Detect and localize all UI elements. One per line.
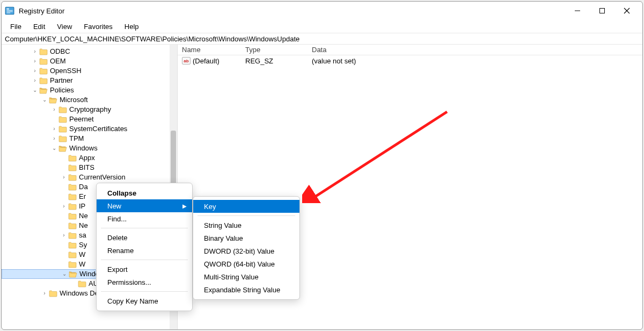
tree-item-label: OEM — [50, 56, 66, 66]
tree-item-label: Microsoft — [60, 95, 88, 105]
tree-item-label: W — [79, 260, 85, 269]
scrollbar-thumb[interactable] — [171, 131, 176, 190]
tree-item-oem[interactable]: ›OEM — [2, 56, 177, 66]
menu-item-permissions[interactable]: Permissions... — [97, 276, 192, 289]
value-row[interactable]: ab(Default)REG_SZ(value not set) — [178, 55, 642, 66]
svg-rect-5 — [600, 9, 605, 13]
tree-item-label: Policies — [50, 85, 74, 95]
menu-item-delete[interactable]: Delete — [97, 231, 192, 244]
value-data: (value not set) — [308, 57, 642, 65]
maximize-button[interactable] — [590, 3, 614, 19]
chevron-right-icon[interactable]: › — [60, 231, 68, 240]
tree-item-odbc[interactable]: ›ODBC — [2, 47, 177, 56]
folder-icon — [58, 125, 67, 133]
tree-item-label: Ne — [79, 221, 88, 231]
chevron-right-icon[interactable]: › — [60, 202, 68, 211]
folder-open-icon — [69, 270, 77, 278]
submenu-item-binary-value[interactable]: Binary Value — [193, 232, 299, 244]
folder-open-icon — [58, 144, 67, 153]
submenu-item-key[interactable]: Key — [193, 200, 299, 213]
chevron-down-icon[interactable]: ⌄ — [60, 270, 69, 278]
tree-item-appx[interactable]: ›Appx — [2, 153, 177, 163]
column-type[interactable]: Type — [241, 46, 308, 54]
menu-view[interactable]: View — [52, 21, 77, 32]
submenu-item-expandable-string-value[interactable]: Expandable String Value — [193, 283, 299, 296]
folder-icon — [58, 105, 67, 114]
window-title: Registry Editor — [19, 7, 64, 15]
menu-help[interactable]: Help — [119, 21, 144, 32]
tree-item-partner[interactable]: ›Partner — [2, 76, 177, 85]
folder-icon — [68, 212, 77, 220]
minimize-button[interactable] — [565, 3, 590, 19]
address-text: Computer\HKEY_LOCAL_MACHINE\SOFTWARE\Pol… — [5, 35, 299, 43]
tree-item-label: TPM — [69, 134, 84, 143]
registry-editor-window: Registry Editor FileEditViewFavoritesHel… — [1, 1, 643, 330]
value-type: REG_SZ — [241, 57, 308, 65]
submenu-arrow-icon: ▶ — [182, 203, 187, 209]
svg-rect-2 — [6, 10, 12, 11]
chevron-right-icon[interactable]: › — [50, 134, 58, 143]
chevron-right-icon[interactable]: › — [31, 76, 39, 85]
chevron-right-icon[interactable]: › — [60, 173, 68, 182]
tree-item-label: BITS — [79, 163, 94, 172]
close-button[interactable] — [614, 3, 639, 19]
tree-item-label: OpenSSH — [50, 66, 82, 76]
tree-item-label: ODBC — [50, 47, 70, 56]
tree-item-label: CurrentVersion — [79, 172, 126, 182]
column-name[interactable]: Name — [178, 46, 241, 54]
tree-item-cryptography[interactable]: ›Cryptography — [2, 105, 177, 114]
tree-item-label: IP — [79, 202, 85, 211]
tree-item-windows[interactable]: ⌄Windows — [2, 143, 177, 153]
menu-item-find[interactable]: Find... — [97, 212, 192, 225]
chevron-down-icon[interactable]: ⌄ — [50, 144, 58, 153]
value-name: (Default) — [193, 57, 219, 65]
menu-item-rename[interactable]: Rename — [97, 244, 192, 257]
chevron-right-icon[interactable]: › — [31, 67, 39, 75]
context-submenu-new: KeyString ValueBinary ValueDWORD (32-bit… — [193, 196, 300, 300]
window-controls — [565, 3, 639, 19]
menu-item-export[interactable]: Export — [97, 263, 192, 276]
svg-rect-1 — [6, 9, 9, 10]
folder-icon — [58, 115, 67, 124]
tree-item-openssh[interactable]: ›OpenSSH — [2, 66, 177, 76]
menu-separator — [101, 291, 188, 292]
menubar: FileEditViewFavoritesHelp — [2, 20, 642, 33]
column-data[interactable]: Data — [308, 46, 642, 54]
tree-item-peernet[interactable]: ›Peernet — [2, 114, 177, 124]
submenu-item-qword-64-bit-value[interactable]: QWORD (64-bit) Value — [193, 257, 299, 270]
submenu-item-dword-32-bit-value[interactable]: DWORD (32-bit) Value — [193, 244, 299, 257]
chevron-right-icon[interactable]: › — [31, 47, 39, 56]
tree-item-currentversion[interactable]: ›CurrentVersion — [2, 172, 177, 182]
tree-item-tpm[interactable]: ›TPM — [2, 134, 177, 143]
address-bar[interactable]: Computer\HKEY_LOCAL_MACHINE\SOFTWARE\Pol… — [2, 33, 642, 45]
chevron-right-icon[interactable]: › — [50, 125, 58, 133]
menu-separator — [101, 228, 188, 228]
submenu-item-string-value[interactable]: String Value — [193, 219, 299, 232]
app-icon — [5, 6, 14, 16]
tree-item-systemcertificates[interactable]: ›SystemCertificates — [2, 124, 177, 134]
menu-favorites[interactable]: Favorites — [78, 21, 118, 32]
menu-edit[interactable]: Edit — [28, 21, 50, 32]
folder-icon — [68, 192, 77, 201]
chevron-right-icon[interactable]: › — [31, 57, 39, 66]
titlebar: Registry Editor — [2, 2, 642, 20]
tree-item-policies[interactable]: ⌄Policies — [2, 85, 177, 95]
chevron-right-icon[interactable]: › — [50, 105, 58, 114]
submenu-item-multi-string-value[interactable]: Multi-String Value — [193, 270, 299, 283]
menu-item-new[interactable]: New▶ — [97, 199, 192, 212]
chevron-down-icon[interactable]: ⌄ — [40, 96, 49, 104]
menu-item-collapse[interactable]: Collapse — [97, 186, 192, 199]
tree-item-microsoft[interactable]: ⌄Microsoft — [2, 95, 177, 105]
menu-file[interactable]: File — [5, 21, 27, 32]
chevron-right-icon[interactable]: › — [40, 289, 49, 298]
menu-item-copy-key-name[interactable]: Copy Key Name — [97, 294, 192, 307]
list-header: Name Type Data — [178, 45, 642, 55]
chevron-down-icon[interactable]: ⌄ — [31, 86, 39, 95]
tree-item-bits[interactable]: ›BITS — [2, 163, 177, 172]
folder-open-icon — [39, 86, 48, 95]
tree-item-label: Peernet — [69, 114, 94, 124]
folder-open-icon — [49, 96, 57, 104]
folder-icon — [68, 231, 77, 240]
folder-icon — [68, 202, 77, 211]
tree-item-label: Cryptography — [69, 105, 111, 114]
